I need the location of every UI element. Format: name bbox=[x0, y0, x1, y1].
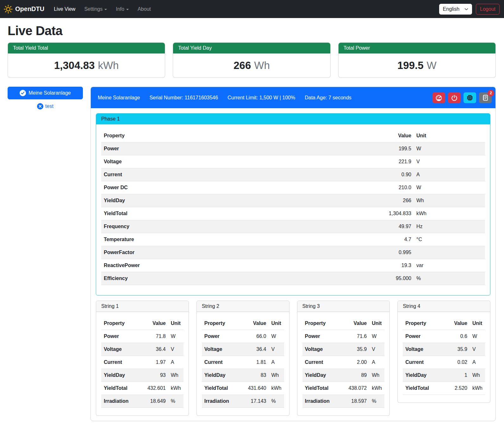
cpu-icon bbox=[466, 94, 473, 101]
value-cell: 432.601 bbox=[138, 382, 168, 395]
property-cell: Voltage bbox=[302, 343, 339, 356]
nav-item-live-view[interactable]: Live View bbox=[50, 4, 79, 15]
card-title: Total Yield Day bbox=[173, 43, 330, 53]
table-row: Voltage36.4V bbox=[101, 343, 184, 356]
value-cell: 71.6 bbox=[339, 330, 369, 343]
property-cell: Current bbox=[202, 356, 239, 369]
property-cell: YieldDay bbox=[101, 369, 138, 382]
unit-cell: A bbox=[269, 356, 284, 369]
table-row: Frequency49.97Hz bbox=[101, 220, 485, 233]
events-button[interactable]: 2 bbox=[479, 92, 492, 103]
table-row: ReactivePower19.3var bbox=[101, 259, 485, 272]
table-header-row: Property Value Unit bbox=[101, 129, 485, 142]
navbar: OpenDTU Live View Settings Info About En… bbox=[0, 0, 504, 18]
table-row: YieldDay93Wh bbox=[101, 369, 184, 382]
page-title: Live Data bbox=[8, 24, 496, 38]
unit-cell: kWh bbox=[369, 382, 384, 395]
table-row: Power DC210.0W bbox=[101, 181, 485, 194]
property-header: Property bbox=[403, 317, 439, 330]
table-row: Power71.6W bbox=[302, 330, 385, 343]
inverter-data-age: Data Age: 7 seconds bbox=[305, 95, 352, 101]
unit-cell: kWh bbox=[470, 382, 485, 395]
value-cell: 266 bbox=[370, 194, 414, 207]
unit-cell: kWh bbox=[414, 207, 485, 220]
table-row: Irradiation18.597% bbox=[302, 395, 385, 408]
unit-cell bbox=[414, 246, 485, 259]
phase-1-title: Phase 1 bbox=[96, 114, 490, 124]
property-cell: Power bbox=[101, 142, 370, 155]
table-row: YieldTotal432.601kWh bbox=[101, 382, 184, 395]
nav-item-about[interactable]: About bbox=[134, 4, 155, 15]
unit-cell: V bbox=[414, 155, 485, 168]
unit-cell: W bbox=[414, 181, 485, 194]
card-title: Total Yield Total bbox=[8, 43, 165, 53]
property-cell: YieldTotal bbox=[302, 382, 339, 395]
property-cell: Voltage bbox=[101, 155, 370, 168]
nav-item-label: Live View bbox=[54, 6, 75, 12]
property-cell: ReactivePower bbox=[101, 259, 370, 272]
journal-text-icon bbox=[482, 94, 489, 101]
inverter-panel: Meine Solaranlage Serial Number: 1161716… bbox=[90, 87, 496, 421]
table-row: Current2.00A bbox=[302, 356, 385, 369]
device-info-button[interactable] bbox=[464, 92, 476, 103]
string-1-title: String 1 bbox=[96, 301, 189, 312]
inverter-item-test[interactable]: test bbox=[8, 103, 83, 109]
string-2-table: Property Value Unit Power66.0WVoltage36.… bbox=[202, 317, 284, 408]
property-cell: YieldTotal bbox=[403, 382, 439, 395]
nav-item-info[interactable]: Info bbox=[112, 4, 133, 15]
unit-cell: W bbox=[414, 142, 485, 155]
string-4-title: String 4 bbox=[398, 301, 490, 312]
brand[interactable]: OpenDTU bbox=[4, 5, 44, 14]
unit-cell: A bbox=[414, 168, 485, 181]
language-value: English bbox=[443, 6, 459, 12]
total-power-unit: W bbox=[427, 59, 437, 72]
string-2-card: String 2 Property Value Unit bbox=[196, 301, 289, 416]
property-cell: Power bbox=[202, 330, 239, 343]
unit-cell: V bbox=[369, 343, 384, 356]
limit-settings-button[interactable] bbox=[432, 92, 445, 103]
language-select[interactable]: English bbox=[439, 4, 472, 15]
value-cell: 210.0 bbox=[370, 181, 414, 194]
value-cell: 36.4 bbox=[239, 343, 269, 356]
table-row: Power0.6W bbox=[403, 330, 485, 343]
property-cell: YieldTotal bbox=[202, 382, 239, 395]
power-button[interactable] bbox=[448, 92, 461, 103]
unit-header: Unit bbox=[414, 129, 485, 142]
value-cell: 71.8 bbox=[138, 330, 168, 343]
power-icon bbox=[451, 94, 458, 101]
value-cell: 199.5 bbox=[370, 142, 414, 155]
unit-cell: var bbox=[414, 259, 485, 272]
check-circle-icon bbox=[20, 90, 26, 96]
string-1-card: String 1 Property Value Unit bbox=[96, 301, 189, 416]
unit-header: Unit bbox=[168, 317, 184, 330]
unit-cell: Wh bbox=[414, 194, 485, 207]
property-header: Property bbox=[202, 317, 239, 330]
unit-cell: Wh bbox=[269, 369, 284, 382]
property-cell: PowerFactor bbox=[101, 246, 370, 259]
nav-item-settings[interactable]: Settings bbox=[80, 4, 111, 15]
value-cell: 18.649 bbox=[138, 395, 168, 408]
unit-cell: A bbox=[470, 356, 485, 369]
property-cell: Voltage bbox=[202, 343, 239, 356]
property-cell: Current bbox=[101, 356, 138, 369]
unit-cell: V bbox=[168, 343, 184, 356]
unit-cell: kWh bbox=[269, 382, 284, 395]
value-cell: 36.4 bbox=[138, 343, 168, 356]
table-row: Current0.02A bbox=[403, 356, 485, 369]
table-row: YieldTotal2.520kWh bbox=[403, 382, 485, 395]
value-cell: 2.520 bbox=[439, 382, 470, 395]
table-row: Voltage221.9V bbox=[101, 155, 485, 168]
value-header: Value bbox=[138, 317, 168, 330]
inverter-limit: Current Limit: 1,500 W | 100% bbox=[227, 95, 295, 101]
nav-item-label: About bbox=[138, 6, 151, 12]
value-cell: 0.90 bbox=[370, 168, 414, 181]
inverter-select-button[interactable]: Meine Solaranlage bbox=[8, 87, 83, 99]
table-header-row: Property Value Unit bbox=[302, 317, 385, 330]
logout-button[interactable]: Logout bbox=[476, 4, 500, 15]
property-cell: Irradiation bbox=[302, 395, 339, 408]
unit-cell: % bbox=[269, 395, 284, 408]
property-cell: YieldDay bbox=[302, 369, 339, 382]
unit-cell: W bbox=[269, 330, 284, 343]
unit-cell: % bbox=[168, 395, 184, 408]
value-cell: 0.6 bbox=[439, 330, 470, 343]
